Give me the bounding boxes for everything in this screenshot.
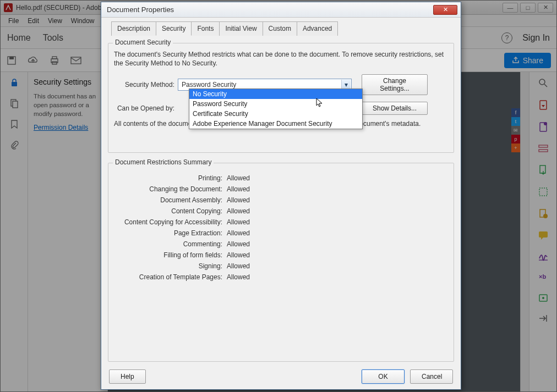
export-pdf-icon[interactable] bbox=[538, 100, 549, 111]
restriction-value: Allowed bbox=[227, 262, 250, 270]
sign-in-link[interactable]: Sign In bbox=[522, 33, 550, 43]
create-pdf-icon[interactable] bbox=[538, 122, 549, 132]
social-strip: f t ✉ p + bbox=[511, 108, 520, 152]
share-button[interactable]: Share bbox=[504, 53, 551, 68]
mouse-cursor-icon bbox=[316, 98, 324, 108]
restriction-label: Page Extraction: bbox=[114, 229, 227, 237]
restriction-label: Commenting: bbox=[114, 240, 227, 248]
restrictions-legend: Document Restrictions Summary bbox=[113, 158, 214, 166]
tab-custom[interactable]: Custom bbox=[263, 21, 297, 36]
option-aem-security[interactable]: Adobe Experience Manager Document Securi… bbox=[189, 119, 362, 129]
pinterest-icon[interactable]: p bbox=[511, 135, 520, 143]
restriction-value: Allowed bbox=[227, 207, 250, 215]
svg-rect-6 bbox=[71, 57, 81, 64]
mail-icon[interactable] bbox=[70, 56, 82, 65]
more-tools-icon[interactable] bbox=[538, 314, 549, 323]
dialog-tabs: Description Security Fonts Initial View … bbox=[111, 21, 454, 35]
option-password-security[interactable]: Password Security bbox=[189, 99, 362, 109]
permission-details-link[interactable]: Permission Details bbox=[34, 124, 88, 131]
restriction-value: Allowed bbox=[227, 185, 250, 193]
edit-pdf-icon[interactable] bbox=[538, 143, 549, 153]
dialog-titlebar: Document Properties ✕ bbox=[101, 2, 461, 18]
restriction-row: Filling of form fields:Allowed bbox=[114, 251, 448, 259]
svg-rect-15 bbox=[539, 150, 548, 152]
security-panel: Security Settings This document has an o… bbox=[28, 72, 108, 391]
restriction-value: Allowed bbox=[227, 273, 250, 281]
tab-home[interactable]: Home bbox=[7, 33, 31, 43]
pages-icon[interactable] bbox=[9, 98, 19, 108]
tab-advanced[interactable]: Advanced bbox=[297, 21, 338, 36]
protect-icon[interactable] bbox=[538, 292, 549, 303]
restriction-row: Creation of Template Pages:Allowed bbox=[114, 273, 448, 281]
tab-description[interactable]: Description bbox=[111, 21, 156, 36]
facebook-icon[interactable]: f bbox=[511, 108, 520, 117]
svg-rect-14 bbox=[539, 145, 548, 147]
tab-security[interactable]: Security bbox=[156, 21, 192, 36]
save-icon[interactable] bbox=[6, 55, 17, 66]
signature-icon[interactable] bbox=[538, 251, 549, 261]
restriction-value: Allowed bbox=[227, 218, 250, 226]
restriction-value: Allowed bbox=[227, 196, 250, 204]
restriction-row: Content Copying:Allowed bbox=[114, 207, 448, 215]
dialog-close-button[interactable]: ✕ bbox=[433, 5, 457, 15]
svg-point-23 bbox=[542, 297, 544, 299]
help-button[interactable]: Help bbox=[109, 369, 146, 384]
ok-button[interactable]: OK bbox=[362, 369, 405, 384]
security-intro: The document's Security Method restricts… bbox=[114, 50, 448, 68]
app-icon bbox=[4, 3, 13, 12]
restriction-label: Content Copying for Accessibility: bbox=[114, 218, 227, 226]
redact-icon[interactable]: ×b bbox=[538, 272, 549, 281]
svg-point-19 bbox=[543, 214, 548, 218]
email-share-icon[interactable]: ✉ bbox=[511, 126, 520, 135]
print-icon[interactable] bbox=[49, 55, 60, 66]
attachment-icon[interactable] bbox=[10, 140, 19, 150]
restriction-row: Commenting:Allowed bbox=[114, 240, 448, 248]
restrictions-group: Document Restrictions Summary Printing:A… bbox=[108, 163, 454, 362]
menu-window[interactable]: Window bbox=[67, 16, 99, 26]
close-button[interactable]: ✕ bbox=[538, 3, 553, 13]
option-certificate-security[interactable]: Certificate Security bbox=[189, 109, 362, 119]
change-settings-button[interactable]: Change Settings... bbox=[362, 74, 428, 95]
minimize-button[interactable]: — bbox=[503, 3, 518, 13]
tab-initial-view[interactable]: Initial View bbox=[219, 21, 263, 36]
restriction-label: Changing the Document: bbox=[114, 185, 227, 193]
opened-by-label: Can be Opened by: bbox=[114, 104, 174, 112]
option-no-security[interactable]: No Security bbox=[189, 89, 362, 99]
restriction-value: Allowed bbox=[227, 251, 250, 259]
addthis-icon[interactable]: + bbox=[511, 143, 520, 152]
restriction-label: Content Copying: bbox=[114, 207, 227, 215]
restriction-label: Printing: bbox=[114, 174, 227, 182]
document-security-legend: Document Security bbox=[113, 38, 173, 46]
document-properties-dialog: Document Properties ✕ Description Securi… bbox=[101, 2, 461, 390]
comment-icon[interactable] bbox=[538, 230, 549, 240]
restriction-label: Signing: bbox=[114, 262, 227, 270]
maximize-button[interactable]: □ bbox=[520, 3, 536, 13]
restriction-row: Content Copying for Accessibility:Allowe… bbox=[114, 218, 448, 226]
show-details-button[interactable]: Show Details... bbox=[362, 102, 428, 115]
restriction-row: Signing:Allowed bbox=[114, 262, 448, 270]
twitter-icon[interactable]: t bbox=[511, 117, 520, 126]
organize-icon[interactable] bbox=[538, 164, 549, 175]
share-label: Share bbox=[523, 56, 543, 65]
help-icon[interactable]: ? bbox=[501, 32, 512, 43]
lock-icon[interactable] bbox=[9, 78, 19, 87]
security-method-label: Security Method: bbox=[114, 81, 174, 89]
restriction-label: Filling of form fields: bbox=[114, 251, 227, 259]
tab-tools[interactable]: Tools bbox=[43, 33, 63, 43]
panel-desc: This document has an open password or a … bbox=[34, 92, 102, 118]
compress-icon[interactable] bbox=[538, 186, 549, 197]
menu-view[interactable]: View bbox=[43, 16, 67, 26]
cancel-button[interactable]: Cancel bbox=[410, 369, 453, 384]
cloud-upload-icon[interactable] bbox=[27, 56, 39, 65]
search-icon[interactable] bbox=[538, 78, 549, 89]
menu-file[interactable]: File bbox=[4, 16, 23, 26]
fill-sign-icon[interactable] bbox=[538, 208, 549, 219]
vertical-scrollbar[interactable] bbox=[520, 72, 529, 391]
menu-edit[interactable]: Edit bbox=[23, 16, 43, 26]
tab-fonts[interactable]: Fonts bbox=[191, 21, 220, 36]
bookmark-icon[interactable] bbox=[10, 119, 19, 129]
left-rail bbox=[1, 72, 28, 391]
restriction-row: Document Assembly:Allowed bbox=[114, 196, 448, 204]
svg-text:×b: ×b bbox=[539, 273, 546, 280]
svg-rect-2 bbox=[9, 57, 14, 59]
